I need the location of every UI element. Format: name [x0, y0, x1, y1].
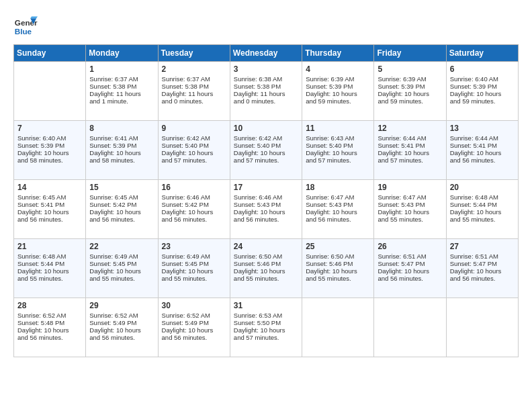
day-number: 19 [378, 183, 442, 192]
calendar-table: SundayMondayTuesdayWednesdayThursdayFrid… [13, 44, 519, 357]
day-info-line: Sunrise: 6:45 AM [17, 193, 82, 201]
day-info-line: Sunrise: 6:52 AM [162, 312, 226, 319]
day-number: 14 [17, 183, 82, 192]
calendar-cell: 16Sunrise: 6:46 AMSunset: 5:42 PMDayligh… [158, 180, 230, 239]
day-info-line: Daylight: 10 hours [306, 208, 370, 216]
day-info-line: Daylight: 10 hours [17, 208, 82, 216]
logo-icon: General Blue [13, 13, 38, 38]
day-info-line: Daylight: 10 hours [306, 149, 370, 156]
day-number: 18 [306, 183, 370, 192]
day-number: 15 [89, 183, 154, 192]
day-info-line: and 0 minutes. [162, 97, 226, 105]
calendar-cell: 19Sunrise: 6:47 AMSunset: 5:43 PMDayligh… [374, 180, 446, 239]
calendar-cell: 7Sunrise: 6:40 AMSunset: 5:39 PMDaylight… [14, 121, 86, 180]
day-info-line: Sunrise: 6:45 AM [89, 193, 154, 201]
day-info-line: Daylight: 10 hours [450, 208, 515, 216]
day-info-line: Sunset: 5:47 PM [378, 260, 442, 267]
day-info-line: and 57 minutes. [378, 156, 442, 164]
weekday-header: Friday [374, 45, 446, 62]
day-info-line: and 1 minute. [89, 97, 154, 105]
day-info-line: and 56 minutes. [378, 275, 442, 282]
day-info-line: Daylight: 10 hours [450, 267, 515, 275]
day-info-line: Sunrise: 6:47 AM [306, 193, 370, 201]
day-number: 30 [162, 301, 226, 310]
day-info-line: Sunset: 5:39 PM [17, 142, 82, 149]
day-info-line: Sunrise: 6:52 AM [17, 312, 82, 319]
calendar-cell: 15Sunrise: 6:45 AMSunset: 5:42 PMDayligh… [86, 180, 158, 239]
day-info-line: and 56 minutes. [234, 216, 298, 223]
day-info-line: Sunrise: 6:48 AM [450, 193, 515, 201]
day-info-line: Sunset: 5:41 PM [450, 142, 515, 149]
page-header: General Blue [13, 13, 519, 38]
day-info-line: Daylight: 10 hours [234, 267, 298, 275]
day-info-line: Daylight: 10 hours [234, 149, 298, 156]
day-info-line: Sunset: 5:42 PM [162, 201, 226, 208]
day-info-line: Sunset: 5:43 PM [378, 201, 442, 208]
day-info-line: Sunrise: 6:50 AM [234, 253, 298, 260]
day-info-line: Daylight: 10 hours [306, 267, 370, 275]
day-info-line: Sunset: 5:49 PM [162, 319, 226, 326]
calendar-cell: 9Sunrise: 6:42 AMSunset: 5:40 PMDaylight… [158, 121, 230, 180]
day-info-line: Sunrise: 6:40 AM [17, 134, 82, 142]
day-info-line: Sunrise: 6:52 AM [89, 312, 154, 319]
day-info-line: Sunset: 5:48 PM [17, 319, 82, 326]
day-info-line: Daylight: 10 hours [378, 267, 442, 275]
day-number: 8 [89, 124, 154, 133]
day-info-line: Sunset: 5:40 PM [234, 142, 298, 149]
calendar-cell: 3Sunrise: 6:38 AMSunset: 5:38 PMDaylight… [230, 62, 302, 121]
day-info-line: Sunrise: 6:51 AM [378, 253, 442, 260]
day-number: 5 [378, 64, 442, 74]
day-info-line: and 55 minutes. [17, 275, 82, 282]
day-info-line: Daylight: 10 hours [450, 149, 515, 156]
day-info-line: Daylight: 10 hours [234, 208, 298, 216]
day-number: 6 [450, 64, 515, 74]
weekday-header: Monday [86, 45, 158, 62]
day-info-line: and 55 minutes. [162, 275, 226, 282]
day-info-line: Sunset: 5:44 PM [450, 201, 515, 208]
day-number: 27 [450, 242, 515, 251]
day-info-line: and 0 minutes. [234, 97, 298, 105]
calendar-cell: 27Sunrise: 6:51 AMSunset: 5:47 PMDayligh… [446, 239, 518, 298]
calendar-cell: 2Sunrise: 6:37 AMSunset: 5:38 PMDaylight… [158, 62, 230, 121]
calendar-week-row: 7Sunrise: 6:40 AMSunset: 5:39 PMDaylight… [14, 121, 519, 180]
weekday-header: Thursday [302, 45, 374, 62]
calendar-week-row: 21Sunrise: 6:48 AMSunset: 5:44 PMDayligh… [14, 239, 519, 298]
day-info-line: Sunset: 5:46 PM [306, 260, 370, 267]
day-number: 24 [234, 242, 298, 251]
day-info-line: Sunset: 5:49 PM [89, 319, 154, 326]
day-info-line: Sunrise: 6:43 AM [306, 134, 370, 142]
day-info-line: Sunrise: 6:49 AM [162, 253, 226, 260]
day-info-line: Sunrise: 6:39 AM [378, 75, 442, 83]
day-info-line: Sunset: 5:43 PM [234, 201, 298, 208]
day-info-line: Sunrise: 6:50 AM [306, 253, 370, 260]
day-info-line: Sunrise: 6:51 AM [450, 253, 515, 260]
day-info-line: and 56 minutes. [17, 334, 82, 341]
calendar-cell: 8Sunrise: 6:41 AMSunset: 5:39 PMDaylight… [86, 121, 158, 180]
day-info-line: and 55 minutes. [306, 275, 370, 282]
day-info-line: and 58 minutes. [89, 156, 154, 164]
day-info-line: Daylight: 10 hours [89, 267, 154, 275]
calendar-cell: 21Sunrise: 6:48 AMSunset: 5:44 PMDayligh… [14, 239, 86, 298]
day-number: 26 [378, 242, 442, 251]
day-info-line: Daylight: 10 hours [234, 326, 298, 334]
calendar-cell: 24Sunrise: 6:50 AMSunset: 5:46 PMDayligh… [230, 239, 302, 298]
day-info-line: and 58 minutes. [17, 156, 82, 164]
day-number: 21 [17, 242, 82, 251]
calendar-cell: 1Sunrise: 6:37 AMSunset: 5:38 PMDaylight… [86, 62, 158, 121]
day-info-line: Daylight: 10 hours [378, 208, 442, 216]
day-info-line: and 59 minutes. [378, 97, 442, 105]
svg-text:Blue: Blue [15, 27, 32, 36]
day-info-line: Sunset: 5:41 PM [378, 142, 442, 149]
day-info-line: Sunset: 5:40 PM [306, 142, 370, 149]
calendar-cell: 18Sunrise: 6:47 AMSunset: 5:43 PMDayligh… [302, 180, 374, 239]
day-info-line: Daylight: 10 hours [378, 149, 442, 156]
day-info-line: and 56 minutes. [89, 216, 154, 223]
calendar-cell: 22Sunrise: 6:49 AMSunset: 5:45 PMDayligh… [86, 239, 158, 298]
day-info-line: Daylight: 10 hours [89, 208, 154, 216]
day-info-line: and 55 minutes. [378, 216, 442, 223]
day-info-line: Daylight: 10 hours [17, 326, 82, 334]
day-info-line: Sunset: 5:39 PM [378, 83, 442, 90]
calendar-cell: 10Sunrise: 6:42 AMSunset: 5:40 PMDayligh… [230, 121, 302, 180]
day-info-line: Sunrise: 6:41 AM [89, 134, 154, 142]
weekday-header: Saturday [446, 45, 518, 62]
